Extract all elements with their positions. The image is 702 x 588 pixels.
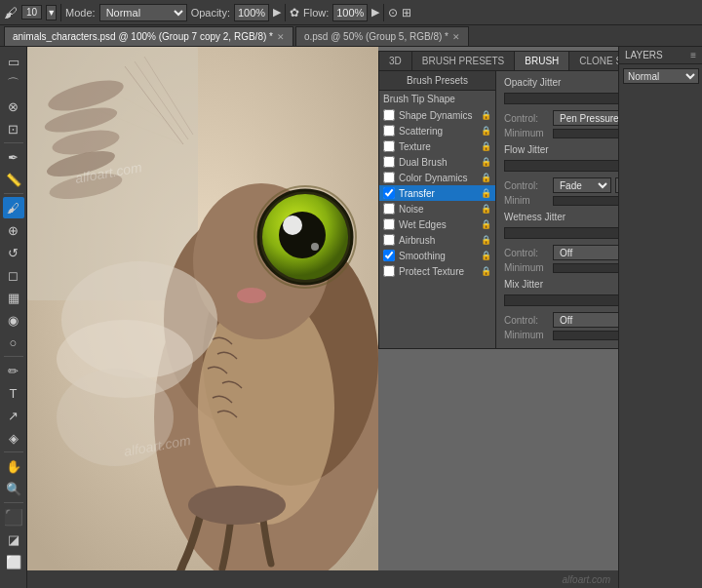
tool-zoom[interactable]: 🔍: [3, 478, 24, 499]
texture-check[interactable]: [383, 140, 395, 152]
tool-clone-stamp[interactable]: ⊕: [3, 219, 24, 241]
flow-control-select[interactable]: Fade: [553, 177, 611, 193]
protect-texture-check[interactable]: [383, 265, 395, 277]
brush-item-wet-edges[interactable]: Wet Edges 🔒: [379, 216, 495, 232]
layers-header: LAYERS ≡: [619, 47, 702, 64]
color-dynamics-check[interactable]: [383, 172, 395, 183]
tool-eraser[interactable]: ◻: [3, 264, 24, 286]
tool-blur[interactable]: ◉: [3, 309, 24, 331]
opacity-control-select[interactable]: Pen Pressure: [553, 110, 618, 126]
tab-o-psd-label: o.psd @ 50% (Group 5, RGB/8) *: [304, 31, 448, 42]
brush-tab-brush[interactable]: BRUSH: [515, 52, 569, 70]
brush-item-smoothing[interactable]: Smoothing 🔒: [379, 248, 495, 263]
brush-item-airbrush[interactable]: Airbrush 🔒: [379, 232, 495, 248]
tab-animals[interactable]: animals_characters.psd @ 100% (Group 7 c…: [4, 26, 293, 46]
brush-tab-presets[interactable]: BRUSH PRESETS: [412, 52, 515, 70]
noise-check[interactable]: [383, 203, 395, 215]
tool-screen-mode[interactable]: ⬜: [3, 551, 24, 572]
smoothing-check[interactable]: [383, 250, 395, 261]
brush-item-dual-brush[interactable]: Dual Brush 🔒: [379, 154, 495, 170]
opacity-up-icon[interactable]: ▶: [273, 6, 281, 19]
airbrush-lock: 🔒: [481, 235, 491, 245]
tool-crop[interactable]: ⊡: [3, 118, 24, 139]
brush-item-color-dynamics[interactable]: Color Dynamics 🔒: [379, 170, 495, 185]
tool-quick-mask[interactable]: ◪: [3, 529, 24, 550]
opacity-input[interactable]: [234, 4, 269, 21]
opacity-jitter-slider[interactable]: [504, 93, 618, 104]
transfer-check[interactable]: [383, 187, 395, 199]
wetness-jitter-slider[interactable]: [504, 227, 618, 239]
tool-separator-4: [4, 451, 23, 452]
flow-jitter-row: Flow Jitter 0%: [504, 144, 618, 157]
scattering-check[interactable]: [383, 125, 395, 137]
svg-point-22: [311, 243, 319, 251]
smoothing-icon[interactable]: ⊙: [388, 6, 398, 20]
layers-mode-select[interactable]: Normal: [623, 68, 699, 84]
tool-shape[interactable]: ◈: [3, 427, 24, 449]
wet-edges-check[interactable]: [383, 218, 395, 230]
brush-item-protect-texture[interactable]: Protect Texture 🔒: [379, 263, 495, 279]
tool-quick-selection[interactable]: ⊗: [3, 96, 24, 117]
flow-input[interactable]: [332, 4, 368, 21]
svg-point-17: [237, 288, 266, 303]
brush-item-transfer[interactable]: Transfer 🔒: [379, 185, 495, 201]
brush-tab-3d[interactable]: 3D: [379, 52, 412, 70]
tab-o-psd[interactable]: o.psd @ 50% (Group 5, RGB/8) * ✕: [295, 26, 469, 46]
tool-pen[interactable]: ✏: [3, 360, 24, 381]
tool-lasso[interactable]: ⌒: [3, 73, 24, 95]
flow-fade-input[interactable]: [615, 177, 618, 193]
tool-eyedropper[interactable]: ✒: [3, 146, 24, 168]
wetness-control-row: Control: Off: [504, 245, 618, 260]
tool-dodge[interactable]: ○: [3, 332, 24, 353]
tab-o-psd-close[interactable]: ✕: [452, 32, 460, 42]
tab-animals-label: animals_characters.psd @ 100% (Group 7 c…: [13, 31, 273, 42]
color-dynamics-lock: 🔒: [481, 173, 491, 182]
brush-size-down[interactable]: ▼: [46, 5, 57, 20]
flow-jitter-section: Flow Jitter 0%: [504, 144, 618, 172]
opacity-minimum-slider[interactable]: [553, 129, 618, 138]
flow-up-icon[interactable]: ▶: [371, 6, 379, 19]
tool-type[interactable]: T: [3, 382, 24, 404]
tool-gradient[interactable]: ▦: [3, 287, 24, 308]
mix-jitter-slider[interactable]: [504, 294, 618, 306]
layers-title: LAYERS: [625, 50, 663, 60]
tool-hand[interactable]: ✋: [3, 455, 24, 477]
tablet-icon[interactable]: ⊞: [402, 6, 411, 20]
flow-jitter-label: Flow Jitter: [504, 144, 549, 155]
brush-tab-clone[interactable]: CLONE SOURCE: [569, 52, 618, 70]
tab-animals-close[interactable]: ✕: [277, 32, 285, 42]
airbrush-check[interactable]: [383, 234, 395, 246]
dual-brush-check[interactable]: [383, 156, 395, 168]
brush-presets-header: Brush Presets: [379, 71, 495, 91]
brush-item-shape-dynamics[interactable]: Shape Dynamics 🔒: [379, 107, 495, 123]
flow-minimum-slider[interactable]: [553, 196, 618, 206]
mix-control-select[interactable]: Off: [553, 312, 618, 328]
tool-marquee[interactable]: ▭: [3, 51, 24, 72]
mode-select[interactable]: Normal: [99, 4, 187, 21]
brush-item-tip-shape[interactable]: Brush Tip Shape: [379, 91, 495, 107]
brush-item-scattering[interactable]: Scattering 🔒: [379, 123, 495, 138]
tool-ruler[interactable]: 📏: [3, 169, 24, 190]
owl-illustration: alfoart.com alfoart.com: [27, 47, 378, 588]
wetness-control-select[interactable]: Off: [553, 245, 618, 260]
airbrush-icon[interactable]: ✿: [290, 6, 299, 20]
scattering-label: Scattering: [399, 126, 443, 137]
layers-options-icon[interactable]: ≡: [690, 50, 696, 60]
flow-jitter-slider[interactable]: [504, 160, 618, 172]
opacity-control-row: Control: Pen Pressure: [504, 110, 618, 126]
shape-dynamics-check[interactable]: [383, 109, 395, 121]
bottom-bar: alfoart.com: [27, 570, 618, 588]
transfer-label: Transfer: [399, 188, 435, 199]
mix-minimum-slider[interactable]: [553, 331, 618, 340]
tool-history-brush[interactable]: ↺: [3, 242, 24, 263]
tool-brush[interactable]: 🖌: [3, 197, 24, 218]
wet-edges-label: Wet Edges: [399, 219, 447, 230]
brush-tool-icon[interactable]: 🖌: [4, 5, 18, 20]
svg-point-25: [188, 486, 286, 525]
brush-item-noise[interactable]: Noise 🔒: [379, 201, 495, 216]
tool-fg-color[interactable]: ⬛: [3, 506, 24, 528]
wetness-minimum-slider[interactable]: [553, 263, 618, 273]
wetness-jitter-row: Wetness Jitter: [504, 212, 618, 224]
brush-item-texture[interactable]: Texture 🔒: [379, 138, 495, 154]
tool-path-selection[interactable]: ↗: [3, 405, 24, 426]
